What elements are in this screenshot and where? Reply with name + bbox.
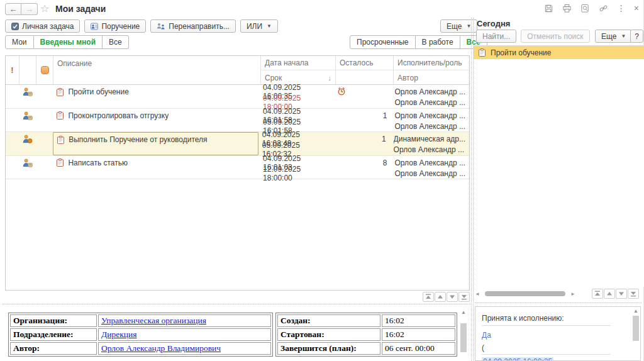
- tab-entered-by-me[interactable]: Введены мной: [34, 35, 103, 49]
- go-next-button[interactable]: [616, 289, 627, 299]
- organization-link[interactable]: Управленческая организация: [101, 316, 206, 325]
- redirect-icon: [157, 23, 165, 30]
- cancel-search-label: Отменить поиск: [527, 32, 583, 41]
- horizontal-splitter[interactable]: [475, 303, 641, 303]
- remaining-column-header[interactable]: Осталось: [336, 56, 394, 84]
- assignment-label: Поручение: [101, 22, 140, 31]
- chevron-down-icon: ▼: [267, 23, 272, 29]
- accepted-value-link[interactable]: Да: [482, 331, 491, 340]
- table-row: Создан: 16:02: [277, 314, 455, 327]
- tab-overdue[interactable]: Просроченные: [350, 35, 416, 49]
- forward-button[interactable]: →: [21, 3, 38, 15]
- description-column-header[interactable]: Описание: [53, 56, 261, 84]
- kebab-menu-icon[interactable]: ⋮: [617, 3, 626, 13]
- dates-column-header[interactable]: Дата начала Срок↓: [261, 56, 336, 84]
- created-value: 16:02: [382, 314, 455, 327]
- personal-task-button[interactable]: Личная задача: [5, 19, 80, 33]
- performer: Динамическая адр...: [394, 133, 465, 145]
- go-next-button[interactable]: [447, 292, 458, 302]
- search-icon[interactable]: [580, 3, 591, 13]
- accepted-label: Принята к исполнению:: [482, 314, 564, 323]
- assignment-button[interactable]: Поручение: [84, 19, 146, 33]
- table-row[interactable]: Проконтролировать отгрузку 04.09.2025 16…: [6, 109, 469, 133]
- find-button[interactable]: Найти...: [476, 30, 516, 43]
- scroll-left-icon[interactable]: ◄: [475, 291, 480, 297]
- save-icon[interactable]: [544, 3, 554, 13]
- started-label: Стартован:: [277, 328, 380, 341]
- table-row[interactable]: Пройти обучение 04.09.2025 16:00:35 04.0…: [6, 85, 469, 109]
- performer: Орлов Александр ...: [394, 110, 465, 121]
- scrollbar-thumb[interactable]: [633, 316, 639, 341]
- paren-text: (: [482, 343, 484, 352]
- task-dates-table: Создан: 16:02 Стартован: 16:02 Завершитс…: [275, 313, 457, 357]
- author-link[interactable]: Орлов Александр Владимирович: [101, 343, 221, 353]
- tab-in-progress[interactable]: В работе: [416, 35, 460, 49]
- plan-finish-value: 06 сент. 00:00: [382, 342, 455, 355]
- tab-my[interactable]: Мои: [5, 35, 34, 49]
- list-pagination: [592, 289, 639, 299]
- help-button[interactable]: ?: [630, 30, 643, 43]
- date-link-clipped[interactable]: 04.09.2025 16:00:35: [482, 357, 553, 361]
- print-icon[interactable]: [562, 3, 572, 13]
- performer: Орлов Александр ...: [394, 157, 465, 169]
- task-info-table: Организация: Управленческая организация …: [8, 313, 273, 357]
- or-label: ИЛИ: [247, 22, 262, 31]
- horizontal-splitter[interactable]: [3, 304, 470, 304]
- go-first-button[interactable]: [592, 289, 603, 299]
- status-square-icon: [41, 66, 49, 74]
- or-dropdown-button[interactable]: ИЛИ ▼: [240, 19, 278, 33]
- go-previous-button[interactable]: [604, 289, 615, 299]
- back-icon: ←: [9, 4, 18, 14]
- task-details-panel: Принята к исполнению: Да ( 04.09.2025 16…: [475, 306, 641, 361]
- list-item-label: Пройти обучение: [491, 48, 551, 57]
- chevron-down-icon: ▼: [621, 33, 626, 39]
- cancel-search-button[interactable]: Отменить поиск: [521, 30, 589, 43]
- go-last-button[interactable]: [458, 292, 470, 302]
- department-label: Подразделение:: [10, 328, 97, 341]
- redirect-button[interactable]: Перенаправить...: [150, 19, 236, 33]
- go-previous-button[interactable]: [435, 292, 446, 302]
- details-scrollbar[interactable]: ▲: [632, 308, 640, 341]
- list-item-selected[interactable]: Пройти обучение: [474, 46, 644, 59]
- tab-all[interactable]: Все: [103, 35, 129, 49]
- go-last-button[interactable]: [628, 289, 639, 299]
- table-row: Стартован: 16:02: [277, 328, 455, 341]
- table-row[interactable]: Написать статью 04.09.2025 16:01:03 12.0…: [6, 156, 469, 180]
- list-horizontal-scrollbar[interactable]: ◄ ►: [475, 290, 585, 297]
- scroll-up-icon[interactable]: ▲: [632, 308, 640, 314]
- department-link[interactable]: Дирекция: [101, 330, 136, 339]
- performer: Орлов Александр ...: [394, 86, 465, 97]
- link-icon[interactable]: [599, 3, 609, 13]
- favorite-star-icon[interactable]: ☆: [40, 3, 49, 14]
- person-task-icon: [23, 158, 33, 179]
- scrollbar-thumb[interactable]: [460, 323, 467, 352]
- performer-column-header[interactable]: Исполнитель/роль Автор: [394, 56, 469, 84]
- back-button[interactable]: ←: [5, 3, 21, 15]
- remaining-header-label: Осталось: [336, 56, 393, 70]
- page-title: Мои задачи: [55, 4, 106, 14]
- person-task-icon: [23, 111, 33, 132]
- author: Орлов Александр ...: [394, 97, 465, 108]
- tab-in-progress-label: В работе: [422, 38, 453, 47]
- priority-column-header[interactable]: !: [6, 56, 19, 84]
- task-title: Пройти обучение: [68, 86, 128, 97]
- table-header: ! Описание Дата начала Срок↓ Осталось Ис…: [6, 56, 469, 85]
- form-scrollbar[interactable]: ▲: [460, 309, 467, 352]
- scroll-up-icon[interactable]: ▲: [460, 309, 467, 316]
- assignment-icon: [91, 23, 98, 30]
- author: Орлов Александр ...: [394, 168, 465, 179]
- titlebar: ← → ☆ Мои задачи ⋮ ×: [0, 0, 644, 18]
- scope-tabs: Мои Введены мной Все: [5, 35, 129, 49]
- status-column-header[interactable]: [36, 56, 53, 84]
- table-row: Завершится (план): 06 сент. 00:00: [277, 342, 455, 355]
- more-button-right[interactable]: Еще ▼: [595, 30, 632, 43]
- scrollbar-thumb[interactable]: [485, 291, 565, 296]
- grid-pagination: [423, 292, 470, 302]
- scroll-right-icon[interactable]: ►: [570, 291, 575, 297]
- task-type-column-header[interactable]: [19, 56, 36, 84]
- close-icon[interactable]: ×: [634, 3, 639, 13]
- go-first-button[interactable]: [423, 292, 434, 302]
- sort-descending-icon: ↓: [328, 74, 332, 82]
- help-label: ?: [635, 32, 639, 41]
- table-row-selected[interactable]: Выполнить Поручение от руководителя 04.0…: [6, 132, 469, 156]
